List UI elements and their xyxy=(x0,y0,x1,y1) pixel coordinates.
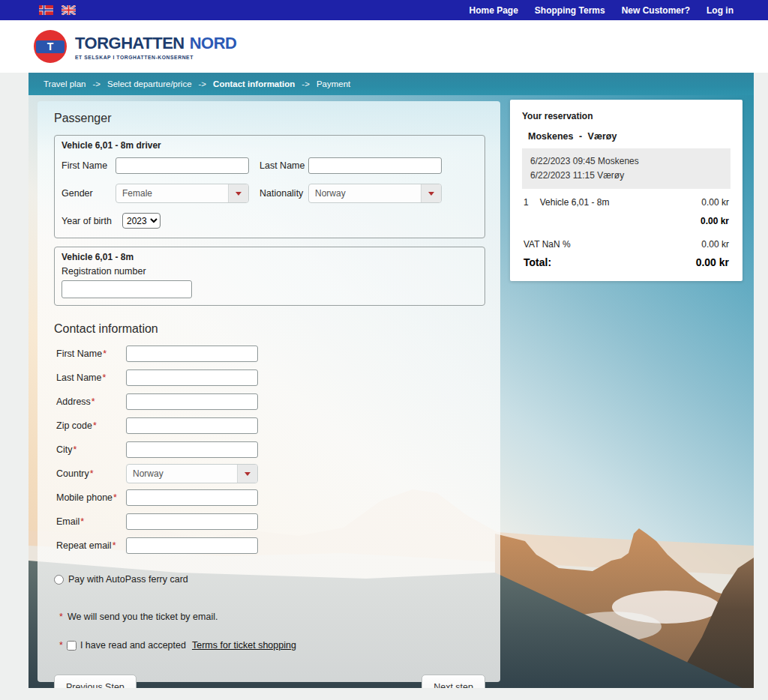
breadcrumb-separator: -> xyxy=(199,79,207,88)
gender-dropdown[interactable]: Female xyxy=(116,184,249,203)
total-label: Total: xyxy=(524,256,551,268)
nav-shopping-terms[interactable]: Shopping Terms xyxy=(535,5,605,16)
nationality-dropdown[interactable]: Norway xyxy=(308,184,442,203)
registration-number-label: Registration number xyxy=(62,266,478,277)
language-switcher xyxy=(39,5,76,15)
contact-address-label: Address* xyxy=(56,396,126,407)
breadcrumb-separator: -> xyxy=(92,79,100,88)
background-photo: Passenger Vehicle 6,01 - 8m driver First… xyxy=(28,95,754,688)
brand-logo[interactable]: T TORGHATTEN NORD ET SELSKAP I TORGHATTE… xyxy=(34,30,237,63)
total-value: 0.00 kr xyxy=(696,256,729,268)
contact-first-name-input[interactable] xyxy=(126,346,258,362)
gender-value: Female xyxy=(116,184,228,202)
brand-name-accent: NORD xyxy=(190,34,237,53)
item-price: 0.00 kr xyxy=(701,197,729,208)
breadcrumb-contact-information[interactable]: Contact information xyxy=(213,79,295,88)
contact-mobile-row: Mobile phone* xyxy=(56,489,485,507)
year-of-birth-select[interactable]: 2023 xyxy=(122,213,160,229)
contact-city-label: City* xyxy=(56,444,126,455)
autopass-option: Pay with AutoPass ferry card xyxy=(54,574,485,585)
page: Home Page Shopping Terms New Customer? L… xyxy=(0,0,768,700)
passenger-section-title: Passenger xyxy=(54,112,485,125)
reservation-total-row: Total: 0.00 kr xyxy=(522,256,730,268)
reservation-line-item: 1 Vehicle 6,01 - 8m 0.00 kr xyxy=(522,197,730,208)
reservation-vat-row: VAT NaN % 0.00 kr xyxy=(522,239,730,250)
breadcrumb-separator: -> xyxy=(302,79,310,88)
terms-link[interactable]: Terms for ticket shopping xyxy=(192,640,296,651)
gender-label: Gender xyxy=(62,188,116,199)
contact-zip-input[interactable] xyxy=(126,417,258,434)
last-name-label: Last Name xyxy=(249,160,308,171)
nationality-label: Nationality xyxy=(249,188,308,199)
arrival-leg: 6/22/2023 11:15 Værøy xyxy=(530,169,722,183)
email-note-text: We will send you the ticket by email. xyxy=(68,612,218,622)
registration-number-input[interactable] xyxy=(62,280,192,298)
contact-mobile-input[interactable] xyxy=(126,489,258,506)
breadcrumb-select-departure[interactable]: Select departure/price xyxy=(107,79,192,88)
country-dropdown[interactable]: Norway xyxy=(126,464,258,483)
item-name: Vehicle 6,01 - 8m xyxy=(540,197,610,208)
driver-last-name-input[interactable] xyxy=(308,157,442,174)
vat-label: VAT NaN % xyxy=(524,239,571,250)
chevron-down-icon xyxy=(237,465,257,483)
chevron-down-icon xyxy=(228,184,248,202)
uk-flag-icon[interactable] xyxy=(62,5,76,15)
reservation-summary: Your reservation Moskenes - Værøy 6/22/2… xyxy=(510,100,742,281)
contact-last-name-input[interactable] xyxy=(126,369,258,386)
contact-country-label: Country* xyxy=(56,468,126,479)
next-step-button[interactable]: Next step xyxy=(422,675,485,688)
driver-first-name-input[interactable] xyxy=(116,157,249,174)
contact-address-row: Address* xyxy=(56,393,485,411)
driver-fieldset: Vehicle 6,01 - 8m driver First Name Last… xyxy=(54,135,485,238)
breadcrumb: Travel plan -> Select departure/price ->… xyxy=(28,73,754,95)
previous-step-button[interactable]: Previous Step xyxy=(54,675,136,688)
reservation-title: Your reservation xyxy=(522,111,730,121)
nav-home-page[interactable]: Home Page xyxy=(470,5,518,16)
booking-form-panel: Passenger Vehicle 6,01 - 8m driver First… xyxy=(38,101,500,682)
reservation-route: Moskenes - Værøy xyxy=(528,131,730,142)
contact-email-row: Email* xyxy=(56,513,485,531)
contact-last-name-row: Last Name* xyxy=(56,369,485,387)
reservation-departures: 6/22/2023 09:45 Moskenes 6/22/2023 11:15… xyxy=(522,148,730,189)
first-name-label: First Name xyxy=(62,160,116,171)
contact-section-title: Contact information xyxy=(54,322,485,336)
breadcrumb-payment[interactable]: Payment xyxy=(316,79,350,88)
brand-tagline: ET SELSKAP I TORGHATTEN-KONSERNET xyxy=(75,55,237,60)
main-content: Travel plan -> Select departure/price ->… xyxy=(28,73,754,688)
contact-mobile-label: Mobile phone* xyxy=(56,492,126,503)
contact-city-row: City* xyxy=(56,441,485,459)
contact-last-name-label: Last Name* xyxy=(56,372,126,383)
email-ticket-note: * We will send you the ticket by email. xyxy=(58,612,485,622)
top-bar: Home Page Shopping Terms New Customer? L… xyxy=(0,0,768,20)
contact-zip-row: Zip code* xyxy=(56,417,485,435)
terms-text: I have read and accepted xyxy=(80,640,186,651)
contact-email-label: Email* xyxy=(56,516,126,527)
vehicle-fieldset: Vehicle 6,01 - 8m Registration number xyxy=(54,247,485,306)
vat-value: 0.00 kr xyxy=(701,239,729,250)
contact-zip-label: Zip code* xyxy=(56,420,126,431)
terms-checkbox[interactable] xyxy=(67,641,76,651)
contact-repeat-email-row: Repeat email* xyxy=(56,537,485,555)
country-value: Norway xyxy=(127,465,237,483)
contact-address-input[interactable] xyxy=(126,393,258,410)
nav-new-customer[interactable]: New Customer? xyxy=(622,5,690,16)
contact-first-name-label: First Name* xyxy=(56,349,126,359)
contact-email-input[interactable] xyxy=(126,513,258,530)
header: T TORGHATTEN NORD ET SELSKAP I TORGHATTE… xyxy=(0,20,768,73)
contact-repeat-email-input[interactable] xyxy=(126,537,258,554)
brand-name: TORGHATTEN xyxy=(75,34,184,53)
chevron-down-icon xyxy=(421,184,441,202)
nav-log-in[interactable]: Log in xyxy=(706,5,734,16)
contact-city-input[interactable] xyxy=(126,441,258,458)
nationality-value: Norway xyxy=(309,184,421,202)
departure-leg: 6/22/2023 09:45 Moskenes xyxy=(530,154,722,169)
autopass-radio[interactable] xyxy=(54,575,64,585)
driver-fieldset-title: Vehicle 6,01 - 8m driver xyxy=(62,140,478,151)
breadcrumb-travel-plan[interactable]: Travel plan xyxy=(44,79,86,88)
top-navigation: Home Page Shopping Terms New Customer? L… xyxy=(470,5,734,16)
year-of-birth-label: Year of birth xyxy=(62,216,122,226)
contact-first-name-row: First Name* xyxy=(56,345,485,363)
contact-repeat-email-label: Repeat email* xyxy=(56,540,126,551)
terms-acceptance: * I have read and accepted Terms for tic… xyxy=(58,640,485,651)
norway-flag-icon[interactable] xyxy=(39,5,53,15)
